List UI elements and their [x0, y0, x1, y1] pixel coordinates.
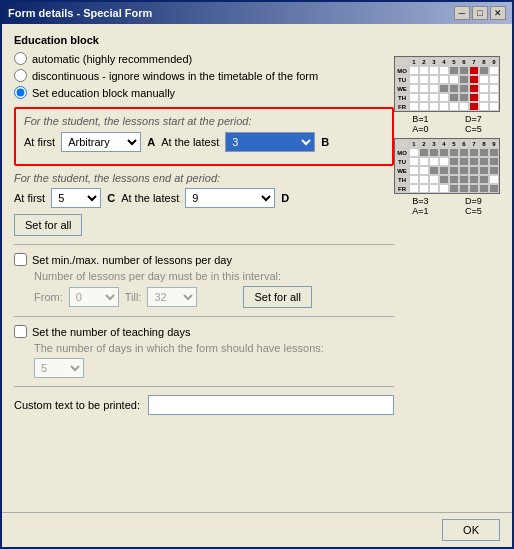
g2h9: 9	[489, 139, 499, 148]
close-button[interactable]: ✕	[490, 6, 506, 20]
divider3	[14, 386, 394, 387]
g1-mo1	[409, 66, 419, 75]
g1-we3	[429, 84, 439, 93]
set-for-all-button1[interactable]: Set for all	[14, 214, 82, 236]
g2-tu1	[409, 157, 419, 166]
min-max-row: From: 0 Till: 32 Set for all	[34, 286, 394, 308]
g2h7: 7	[469, 139, 479, 148]
teaching-days-sub: The number of days in which the form sho…	[34, 342, 394, 378]
g1h2: 2	[419, 57, 429, 66]
g1-fr6	[459, 102, 469, 111]
custom-text-label: Custom text to be printed:	[14, 399, 140, 411]
min-max-checkbox-item: Set min./max. number of lessons per day	[14, 253, 394, 266]
g2-we5	[449, 166, 459, 175]
g2-fr3	[429, 184, 439, 193]
g2h8: 8	[479, 139, 489, 148]
at-latest-label: At the latest	[161, 136, 219, 148]
min-max-checkbox[interactable]	[14, 253, 27, 266]
teaching-days-checkbox[interactable]	[14, 325, 27, 338]
bottom-bar: OK	[2, 512, 512, 547]
radio-manual[interactable]	[14, 86, 27, 99]
g1-mo2	[419, 66, 429, 75]
divider1	[14, 244, 394, 245]
grid1-label-ab: B=1 A=0	[412, 114, 428, 134]
g2-mo7	[469, 148, 479, 157]
g1-fr3	[429, 102, 439, 111]
teaching-days-checkbox-item: Set the number of teaching days	[14, 325, 394, 338]
g1-mo8	[479, 66, 489, 75]
g1-fr: FR	[395, 102, 409, 111]
g1-th3	[429, 93, 439, 102]
radio-discontinuous-label: discontinuous - ignore windows in the ti…	[32, 70, 318, 82]
g2-tu4	[439, 157, 449, 166]
radio-discontinuous[interactable]	[14, 69, 27, 82]
ok-button[interactable]: OK	[442, 519, 500, 541]
teaching-days-row: 5	[34, 358, 394, 378]
g2-fr4	[439, 184, 449, 193]
grid2-labels: B=3 A=1 D=9 C=5	[394, 196, 500, 216]
g1-fr4	[439, 102, 449, 111]
g2-we4	[439, 166, 449, 175]
g2-tu3	[429, 157, 439, 166]
title-bar: Form details - Special Form ─ □ ✕	[2, 2, 512, 24]
from-select[interactable]: 0	[69, 287, 119, 307]
at-latest-select[interactable]: 1 2 3 4 5	[225, 132, 315, 152]
g2-th7	[469, 175, 479, 184]
maximize-button[interactable]: □	[472, 6, 488, 20]
g1-tu2	[419, 75, 429, 84]
g1-tu: TU	[395, 75, 409, 84]
g2-tu: TU	[395, 157, 409, 166]
radio-automatic[interactable]	[14, 52, 27, 65]
grid1-labels: B=1 A=0 D=7 C=5	[394, 114, 500, 134]
till-select[interactable]: 32	[147, 287, 197, 307]
g1-tu9	[489, 75, 499, 84]
g2h2: 2	[419, 139, 429, 148]
g2-tu6	[459, 157, 469, 166]
min-max-sub: Number of lessons per day must be in thi…	[34, 270, 394, 308]
g2-tu2	[419, 157, 429, 166]
window-title: Form details - Special Form	[8, 7, 152, 19]
at-latest-end-select[interactable]: 95678	[185, 188, 275, 208]
end-period-row: At first 51234 C At the latest 95678 D	[14, 188, 394, 208]
at-first-end-select[interactable]: 51234	[51, 188, 101, 208]
at-first-label: At first	[24, 136, 55, 148]
g1-fr8	[479, 102, 489, 111]
g1-th5	[449, 93, 459, 102]
g2-th3	[429, 175, 439, 184]
grid2-wrap: 1 2 3 4 5 6 7 8 9 MO	[394, 138, 500, 216]
g1-fr9	[489, 102, 499, 111]
g1-we1	[409, 84, 419, 93]
g2-th5	[449, 175, 459, 184]
teaching-days-select[interactable]: 5	[34, 358, 84, 378]
g1-fr7	[469, 102, 479, 111]
g1-mo3	[429, 66, 439, 75]
start-period-label: For the student, the lessons start at th…	[24, 115, 384, 127]
g1-th8	[479, 93, 489, 102]
g1-th4	[439, 93, 449, 102]
at-first-end-label: At first	[14, 192, 45, 204]
g2-we9	[489, 166, 499, 175]
g2h3: 3	[429, 139, 439, 148]
g1-tu3	[429, 75, 439, 84]
g2-we8	[479, 166, 489, 175]
radio-automatic-item: automatic (highly recommended)	[14, 52, 394, 65]
g2-th1	[409, 175, 419, 184]
at-first-select[interactable]: Arbitrary 12345	[61, 132, 141, 152]
set-for-all-button2[interactable]: Set for all	[243, 286, 311, 308]
from-label: From:	[34, 291, 63, 303]
g1h6: 6	[459, 57, 469, 66]
minimize-button[interactable]: ─	[454, 6, 470, 20]
g1-we6	[459, 84, 469, 93]
g2-fr5	[449, 184, 459, 193]
g2-th9	[489, 175, 499, 184]
letter-a: A	[147, 136, 155, 148]
g2-mo3	[429, 148, 439, 157]
g1-fr2	[419, 102, 429, 111]
g1-mo5	[449, 66, 459, 75]
g1h7: 7	[469, 57, 479, 66]
g2-th2	[419, 175, 429, 184]
g1-tu5	[449, 75, 459, 84]
set-for-all-row1: Set for all	[14, 214, 394, 236]
g2-mo1	[409, 148, 419, 157]
custom-text-input[interactable]	[148, 395, 394, 415]
